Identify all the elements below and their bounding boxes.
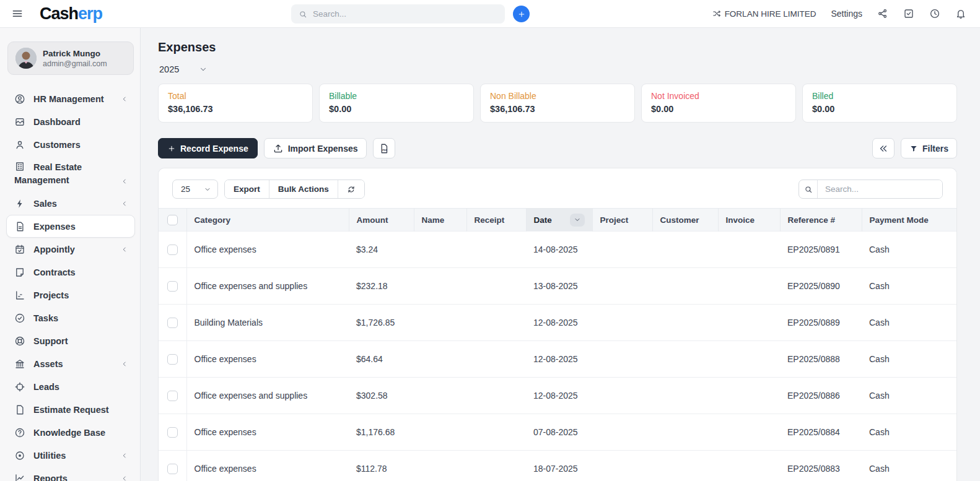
- table-search-button[interactable]: [799, 180, 818, 198]
- sidebar-item-contracts[interactable]: Contracts: [6, 261, 135, 284]
- row-checkbox[interactable]: [167, 245, 178, 255]
- global-search[interactable]: [291, 4, 505, 24]
- quick-add-button[interactable]: [513, 6, 530, 22]
- global-search-input[interactable]: [313, 9, 497, 19]
- filters-button[interactable]: Filters: [901, 138, 957, 158]
- table-search-input[interactable]: [818, 180, 942, 198]
- cell-customer: [652, 341, 718, 378]
- clock-icon[interactable]: [929, 8, 940, 19]
- app-logo[interactable]: Cash erp: [40, 6, 102, 22]
- sidebar-item-reports[interactable]: Reports: [6, 467, 135, 481]
- stat-value: $36,106.73: [490, 104, 625, 114]
- sidebar-item-label: Projects: [33, 290, 69, 300]
- column-header-customer[interactable]: Customer: [652, 209, 718, 232]
- stat-card-non-billable: Non Billable$36,106.73: [480, 84, 635, 123]
- person-circle-icon: [14, 93, 25, 105]
- column-header-payment-mode[interactable]: Payment Mode: [862, 209, 957, 232]
- sidebar-item-label: Sales: [33, 199, 57, 209]
- sidebar-item-utilities[interactable]: Utilities: [6, 444, 135, 467]
- share-icon[interactable]: [877, 8, 888, 19]
- cell-category: Building Materials: [186, 305, 349, 341]
- year-filter-value: 2025: [159, 64, 179, 74]
- table-row[interactable]: Office expenses$112.7818-07-2025EP2025/0…: [159, 451, 957, 481]
- cell-receipt: [466, 232, 526, 268]
- settings-link[interactable]: Settings: [831, 9, 862, 19]
- chevron-down-icon: [204, 186, 211, 193]
- row-checkbox[interactable]: [167, 281, 178, 292]
- company-switcher[interactable]: FORLAN HIRE LIMITED: [712, 9, 816, 19]
- table-row[interactable]: Office expenses and supplies$232.1813-08…: [159, 268, 957, 305]
- table-row[interactable]: Building Materials$1,726.8512-08-2025EP2…: [159, 305, 957, 341]
- row-checkbox[interactable]: [167, 464, 178, 474]
- refresh-button[interactable]: [338, 180, 364, 198]
- switch-company-icon: [712, 9, 721, 18]
- sidebar-item-sales[interactable]: Sales: [6, 192, 135, 215]
- table-row[interactable]: Office expenses$3.2414-08-2025EP2025/089…: [159, 232, 957, 268]
- main-content: Expenses 2025 Total$36,106.73Billable$0.…: [141, 28, 980, 481]
- tasks-icon[interactable]: [903, 8, 914, 19]
- column-header-receipt[interactable]: Receipt: [466, 209, 526, 232]
- cell-name: [414, 451, 466, 481]
- page-size-select[interactable]: 25: [172, 180, 218, 199]
- cell-category: Office expenses: [186, 232, 349, 268]
- table-row[interactable]: Office expenses$1,176.6807-08-2025EP2025…: [159, 414, 957, 451]
- chevron-left-icon: [121, 200, 128, 207]
- search-icon: [299, 10, 307, 19]
- cell-name: [414, 341, 466, 378]
- notifications-bell-icon[interactable]: [955, 8, 966, 19]
- column-header-category[interactable]: Category: [186, 209, 349, 232]
- sidebar-item-hr-management[interactable]: HR Management: [6, 87, 135, 110]
- sidebar-item-leads[interactable]: Leads: [6, 375, 135, 398]
- sidebar-item-projects[interactable]: Projects: [6, 284, 135, 306]
- column-header-amount[interactable]: Amount: [349, 209, 414, 232]
- cell-reference: EP2025/0884: [780, 414, 862, 451]
- bolt-icon: [14, 198, 25, 209]
- year-filter-select[interactable]: 2025: [159, 64, 208, 74]
- stat-label: Total: [168, 91, 303, 101]
- column-header-date[interactable]: Date: [526, 209, 592, 232]
- cell-date: 13-08-2025: [526, 268, 592, 305]
- hamburger-menu-icon[interactable]: [11, 7, 24, 20]
- cell-customer: [652, 268, 718, 305]
- column-header-name[interactable]: Name: [414, 209, 466, 232]
- sort-direction-button[interactable]: [570, 214, 585, 227]
- row-checkbox[interactable]: [167, 391, 178, 401]
- row-checkbox[interactable]: [167, 427, 178, 438]
- sidebar-item-label: Knowledge Base: [33, 428, 105, 438]
- export-button[interactable]: Export: [225, 180, 269, 198]
- record-expense-button[interactable]: Record Expense: [158, 138, 258, 158]
- column-header-reference[interactable]: Reference #: [780, 209, 862, 232]
- sidebar-item-expenses[interactable]: Expenses: [6, 215, 135, 238]
- export-pdf-button[interactable]: PDF: [373, 138, 395, 158]
- sidebar-item-label: Leads: [33, 382, 59, 392]
- sidebar-item-customers[interactable]: Customers: [6, 133, 135, 156]
- cell-amount: $64.64: [349, 341, 414, 378]
- chevron-left-icon: [121, 475, 128, 481]
- search-icon: [804, 185, 813, 194]
- file-text-icon: [14, 221, 25, 232]
- bulk-actions-button[interactable]: Bulk Actions: [269, 180, 338, 198]
- sidebar-item-dashboard[interactable]: Dashboard: [6, 110, 135, 133]
- import-expenses-button[interactable]: Import Expenses: [264, 138, 367, 158]
- column-header-invoice[interactable]: Invoice: [718, 209, 780, 232]
- table-row[interactable]: Office expenses$64.6412-08-2025EP2025/08…: [159, 341, 957, 378]
- sidebar-item-assets[interactable]: Assets: [6, 352, 135, 375]
- select-all-checkbox[interactable]: [167, 215, 178, 225]
- row-checkbox[interactable]: [167, 354, 178, 365]
- user-profile-card[interactable]: Patrick Mungo admin@gmail.com: [7, 41, 134, 75]
- cell-amount: $3.24: [349, 232, 414, 268]
- person-icon: [14, 139, 25, 150]
- sidebar-item-real-estate-management[interactable]: Real Estate Management: [6, 156, 135, 192]
- sidebar-item-appointly[interactable]: Appointly: [6, 238, 135, 261]
- sidebar-item-support[interactable]: Support: [6, 329, 135, 352]
- collapse-panel-button[interactable]: [872, 138, 895, 158]
- cell-name: [414, 378, 466, 414]
- sidebar-item-estimate-request[interactable]: Estimate Request: [6, 398, 135, 421]
- table-row[interactable]: Office expenses and supplies$302.5812-08…: [159, 378, 957, 414]
- table-header-row: CategoryAmountNameReceiptDateProjectCust…: [159, 209, 957, 232]
- sidebar-item-knowledge-base[interactable]: Knowledge Base: [6, 421, 135, 444]
- column-header-project[interactable]: Project: [592, 209, 652, 232]
- cell-invoice: [718, 268, 780, 305]
- row-checkbox[interactable]: [167, 318, 178, 328]
- sidebar-item-tasks[interactable]: Tasks: [6, 306, 135, 329]
